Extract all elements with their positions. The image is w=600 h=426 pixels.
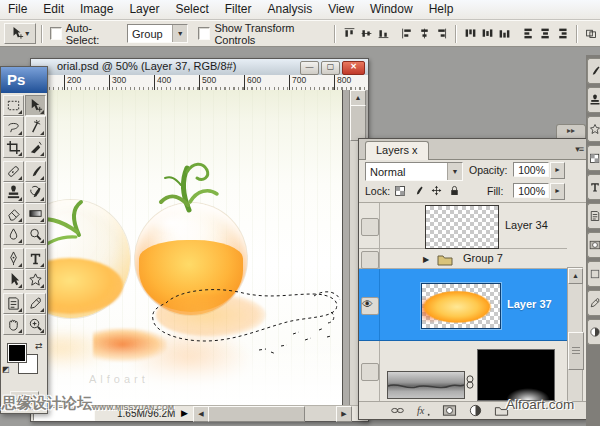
layer37-name[interactable]: Layer 37	[507, 298, 552, 310]
rectangular-marquee-tool[interactable]	[3, 95, 24, 116]
layer34-name[interactable]: Layer 34	[505, 219, 548, 231]
minimize-button[interactable]: —	[300, 61, 319, 75]
menu-edit[interactable]: Edit	[35, 0, 72, 19]
fill-slider-arrow-icon[interactable]: ►	[550, 183, 565, 200]
layer37-thumbnail[interactable]	[421, 283, 501, 329]
align-horizontal-centers-button[interactable]	[417, 26, 432, 41]
histogram-panel-icon[interactable]	[587, 261, 600, 287]
distribute-top-edges-button[interactable]	[463, 26, 478, 41]
paragraph-panel-icon[interactable]	[587, 203, 600, 229]
opacity-value[interactable]: 100%	[513, 162, 549, 177]
horizontal-scroll-thumb[interactable]	[208, 406, 305, 422]
healing-brush-tool[interactable]	[3, 161, 24, 182]
type-tool[interactable]	[25, 248, 46, 269]
eyedropper-tool[interactable]	[25, 293, 46, 314]
menu-view[interactable]: View	[320, 0, 362, 19]
menu-select[interactable]: Select	[167, 0, 216, 19]
layer-row-group7[interactable]: ▶ Group 7	[359, 249, 567, 269]
path-selection-tool[interactable]	[3, 269, 24, 290]
horizontal-scrollbar[interactable]: ◀ ▶	[193, 406, 352, 421]
visibility-column[interactable]	[359, 341, 380, 401]
align-left-edges-button[interactable]	[400, 26, 415, 41]
visibility-column[interactable]: 👁	[359, 269, 380, 340]
distribute-vertical-centers-button[interactable]	[480, 26, 495, 41]
visibility-toggle[interactable]	[361, 363, 379, 381]
brush-tool[interactable]	[25, 161, 46, 182]
distribute-bottom-edges-button[interactable]	[497, 26, 512, 41]
opacity-slider-arrow-icon[interactable]: ►	[550, 162, 565, 179]
adjustment-layer-icon[interactable]	[465, 403, 485, 418]
status-popup-arrow-icon[interactable]: ▶	[181, 408, 188, 418]
layers-scrollbar[interactable]: ▲ ▼	[567, 267, 583, 401]
menu-filter[interactable]: Filter	[217, 0, 260, 19]
history-brush-tool[interactable]	[25, 182, 46, 203]
mask-link-icon[interactable]	[465, 375, 475, 391]
clone-stamp-tool[interactable]	[3, 182, 24, 203]
magic-wand-tool[interactable]	[25, 116, 46, 137]
collapse-dock-button[interactable]: ▸▸	[556, 124, 586, 138]
link-layers-icon[interactable]	[387, 403, 407, 418]
character-panel-icon[interactable]	[587, 174, 600, 200]
layer-row-layer37-selected[interactable]: 👁 Layer 37	[359, 269, 567, 341]
canvas[interactable]: Alfoart	[31, 90, 343, 406]
lock-position-icon[interactable]	[429, 183, 444, 198]
default-colors-icon[interactable]: ◩	[2, 365, 10, 374]
styles-panel-icon[interactable]	[587, 116, 600, 142]
menu-layer[interactable]: Layer	[121, 0, 167, 19]
eraser-tool[interactable]	[3, 203, 24, 224]
swatches-panel-icon[interactable]	[587, 145, 600, 171]
group7-name[interactable]: Group 7	[463, 252, 503, 264]
dodge-tool[interactable]	[25, 224, 46, 245]
lock-all-icon[interactable]	[447, 183, 462, 198]
lasso-tool[interactable]	[3, 116, 24, 137]
scroll-left-icon[interactable]: ◀	[193, 406, 209, 422]
menu-window[interactable]: Window	[362, 0, 421, 19]
lock-pixels-icon[interactable]	[411, 183, 426, 198]
crop-tool[interactable]	[3, 137, 24, 158]
expand-triangle-icon[interactable]: ▶	[423, 255, 429, 264]
slice-tool[interactable]	[25, 137, 46, 158]
shape-tool[interactable]	[25, 269, 46, 290]
lock-transparency-icon[interactable]	[393, 183, 408, 198]
layer-row-masked[interactable]	[359, 341, 567, 401]
distribute-left-edges-button[interactable]	[521, 26, 536, 41]
menu-image[interactable]: Image	[72, 0, 121, 19]
swap-colors-icon[interactable]: ⇄	[35, 341, 43, 351]
scroll-up-icon[interactable]: ▲	[350, 90, 366, 106]
auto-select-checkbox[interactable]	[50, 27, 62, 40]
auto-align-layers-button[interactable]	[584, 26, 599, 41]
zoom-tool[interactable]	[25, 314, 46, 335]
eye-icon[interactable]: 👁	[362, 298, 373, 310]
hand-tool[interactable]	[3, 314, 24, 335]
align-top-edges-button[interactable]	[342, 26, 357, 41]
auto-select-dropdown[interactable]: Group ▼	[127, 24, 188, 43]
foreground-color-swatch[interactable]	[7, 343, 27, 363]
gradient-tool[interactable]	[25, 203, 46, 224]
move-tool-preset-button[interactable]: ▾	[4, 23, 36, 44]
visibility-column[interactable]	[359, 203, 380, 248]
visibility-column[interactable]	[359, 249, 380, 268]
distribute-right-edges-button[interactable]	[555, 26, 570, 41]
layer-row-layer34[interactable]: Layer 34	[359, 203, 567, 249]
menu-analysis[interactable]: Analysis	[259, 0, 320, 19]
document-titlebar[interactable]: orial.psd @ 50% (Layer 37, RGB/8#) — ▢ ✕	[31, 59, 368, 76]
align-right-edges-button[interactable]	[434, 26, 449, 41]
clone-source-panel-icon[interactable]	[587, 87, 600, 113]
tab-close-icon[interactable]: x	[412, 144, 418, 156]
info-panel-icon[interactable]	[587, 290, 600, 316]
close-button[interactable]: ✕	[342, 61, 365, 75]
visibility-toggle[interactable]	[361, 251, 379, 269]
vertical-scroll-thumb[interactable]	[350, 105, 366, 141]
tab-layers[interactable]: Layers x	[365, 141, 429, 160]
layer-thumbnail-grayscale[interactable]	[387, 371, 465, 399]
layer34-thumbnail[interactable]	[425, 205, 499, 249]
scroll-right-icon[interactable]: ▶	[336, 406, 352, 422]
menu-file[interactable]: File	[0, 0, 35, 19]
align-vertical-centers-button[interactable]	[359, 26, 374, 41]
panel-menu-icon[interactable]: ▾≡	[575, 144, 583, 154]
menu-help[interactable]: Help	[421, 0, 462, 19]
maximize-button[interactable]: ▢	[321, 61, 340, 75]
distribute-horizontal-centers-button[interactable]	[538, 26, 553, 41]
add-layer-mask-icon[interactable]	[439, 403, 459, 418]
layer-style-fx-icon[interactable]: fx	[413, 403, 433, 418]
